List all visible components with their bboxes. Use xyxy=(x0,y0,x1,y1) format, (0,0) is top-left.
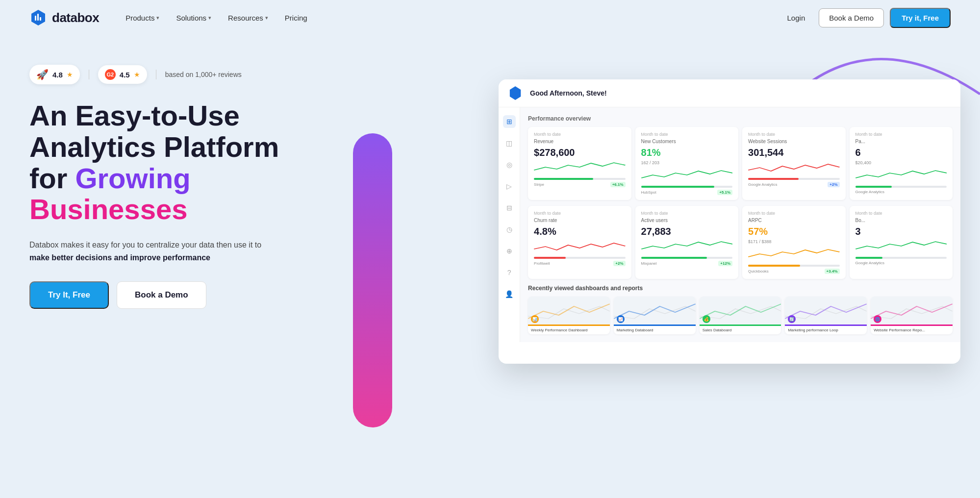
navbar: databox Products ▾ Solutions ▾ Resources… xyxy=(0,0,980,35)
svg-rect-3 xyxy=(40,17,41,21)
dashboards-grid: 📊 Weekly Performance Dashboard 📈 Marketi… xyxy=(528,297,953,334)
sidebar-users-icon[interactable]: 👤 xyxy=(503,288,516,300)
sidebar-chart-icon[interactable]: ◫ xyxy=(503,137,516,149)
hero-right: Good Afternoon, Steve! ⊞ ◫ ◎ ▷ ⊟ ◷ ⊕ ? 👤 xyxy=(499,50,951,364)
nav-pricing[interactable]: Pricing xyxy=(278,10,314,26)
sidebar-clock-icon[interactable]: ◷ xyxy=(503,223,516,236)
dash-logo-icon xyxy=(508,86,522,100)
logo-text: databox xyxy=(52,10,99,25)
try-free-button[interactable]: Try it, Free xyxy=(890,8,951,28)
sidebar-search-icon[interactable]: ⊕ xyxy=(503,245,516,257)
logo-icon xyxy=(29,9,47,26)
divider xyxy=(89,70,89,79)
sidebar-question-icon[interactable]: ? xyxy=(503,266,516,279)
login-button[interactable]: Login xyxy=(779,10,813,26)
dashboard-thumbnail[interactable]: 🌐 Website Performance Repo... xyxy=(871,297,953,334)
metric-card: Month to date Active users 27,883 Mixpan… xyxy=(635,206,738,279)
dashboard-thumbnail[interactable]: 📈 Marketing Databoard xyxy=(614,297,696,334)
hero-try-free-button[interactable]: Try It, Free xyxy=(29,281,109,309)
hero-subtitle: Databox makes it easy for you to central… xyxy=(29,239,304,264)
nav-products[interactable]: Products ▾ xyxy=(119,10,166,26)
star-icon: ★ xyxy=(134,71,140,78)
gradient-decoration xyxy=(353,133,392,427)
dash-header: Good Afternoon, Steve! xyxy=(499,79,960,107)
svg-rect-1 xyxy=(35,16,36,21)
nav-left: databox Products ▾ Solutions ▾ Resources… xyxy=(29,9,314,26)
metric-card: Month to date Bo... 3 Google Analytics xyxy=(850,206,953,279)
dash-greeting: Good Afternoon, Steve! xyxy=(530,89,607,97)
metric-card: Month to date Revenue $278,600 Stripe +6… xyxy=(528,127,631,200)
capterra-icon: 🚀 xyxy=(36,69,49,80)
chevron-down-icon: ▾ xyxy=(156,15,159,21)
metric-card: Month to date Website Sessions 301,544 G… xyxy=(742,127,845,200)
svg-rect-2 xyxy=(37,14,39,21)
dashboard-mockup: Good Afternoon, Steve! ⊞ ◫ ◎ ▷ ⊟ ◷ ⊕ ? 👤 xyxy=(499,79,960,364)
hero-book-demo-button[interactable]: Book a Demo xyxy=(117,281,206,309)
rating-bar: 🚀 4.8 ★ G2 4.5 ★ based on 1,000+ reviews xyxy=(29,65,508,84)
hero-headline: An Easy-to-Use Analytics Platform for Gr… xyxy=(29,100,508,225)
dash-sidebar: ⊞ ◫ ◎ ▷ ⊟ ◷ ⊕ ? 👤 xyxy=(499,107,520,342)
sidebar-gauge-icon[interactable]: ◎ xyxy=(503,158,516,171)
dashboard-thumbnail[interactable]: 📊 Weekly Performance Dashboard xyxy=(528,297,610,334)
nav-resources[interactable]: Resources ▾ xyxy=(221,10,275,26)
dashboard-thumbnail[interactable]: 🔄 Marketing performance Loop xyxy=(785,297,867,334)
hero-cta: Try It, Free Book a Demo xyxy=(29,281,508,309)
metric-card: Month to date Pa... 6 $20,400 Google Ana… xyxy=(850,127,953,200)
star-icon: ★ xyxy=(67,71,73,78)
perf-section-title: Performance overview xyxy=(528,115,953,122)
chevron-down-icon: ▾ xyxy=(265,15,268,21)
sidebar-grid-icon[interactable]: ⊟ xyxy=(503,201,516,214)
sidebar-video-icon[interactable]: ▷ xyxy=(503,180,516,193)
divider xyxy=(156,70,156,79)
sidebar-home-icon[interactable]: ⊞ xyxy=(503,115,516,128)
chevron-down-icon: ▾ xyxy=(208,15,211,21)
dashboard-thumbnail[interactable]: 💰 Sales Databoard xyxy=(700,297,781,334)
logo[interactable]: databox xyxy=(29,9,99,26)
nav-links: Products ▾ Solutions ▾ Resources ▾ Prici… xyxy=(119,10,314,26)
book-demo-button[interactable]: Book a Demo xyxy=(819,8,884,27)
metric-card: Month to date New Customers 81% 162 / 20… xyxy=(635,127,738,200)
rating-capterra: 🚀 4.8 ★ xyxy=(29,65,80,84)
nav-solutions[interactable]: Solutions ▾ xyxy=(169,10,218,26)
metrics-grid-1: Month to date Revenue $278,600 Stripe +6… xyxy=(528,127,953,200)
recent-section-title: Recently viewed dashboards and reports xyxy=(528,285,953,292)
dash-body: ⊞ ◫ ◎ ▷ ⊟ ◷ ⊕ ? 👤 Performance overview M… xyxy=(499,107,960,342)
nav-right: Login Book a Demo Try it, Free xyxy=(779,8,951,28)
hero-section: 🚀 4.8 ★ G2 4.5 ★ based on 1,000+ reviews… xyxy=(0,35,980,476)
metric-card: Month to date ARPC 57% $171 / $388 Quick… xyxy=(742,206,845,279)
rating-g2: G2 4.5 ★ xyxy=(98,65,147,84)
metric-card: Month to date Churn rate 4.8% Profitwell… xyxy=(528,206,631,279)
hero-left: 🚀 4.8 ★ G2 4.5 ★ based on 1,000+ reviews… xyxy=(29,55,508,309)
dash-main-content: Performance overview Month to date Reven… xyxy=(520,107,960,342)
g2-icon: G2 xyxy=(105,69,116,80)
metrics-grid-2: Month to date Churn rate 4.8% Profitwell… xyxy=(528,206,953,279)
